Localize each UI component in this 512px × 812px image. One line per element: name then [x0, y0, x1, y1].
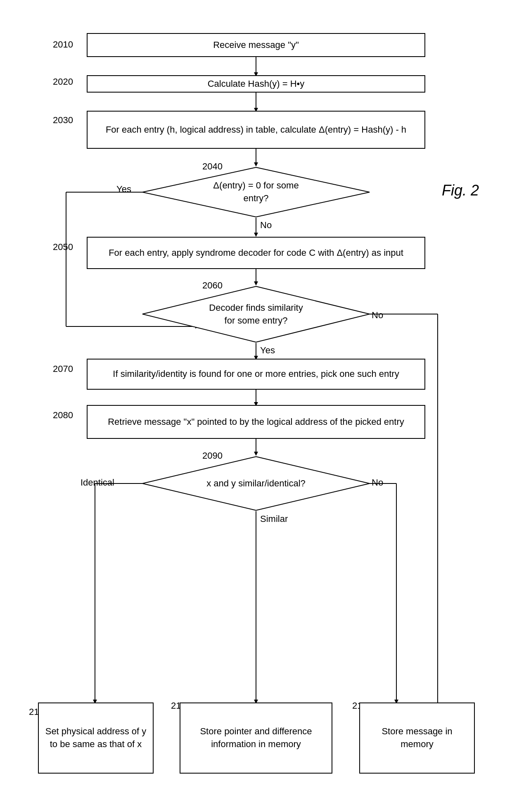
- no-2060: No: [372, 310, 383, 321]
- label-2020: 2020: [53, 76, 73, 87]
- box-2100: Store message in memory: [359, 702, 475, 774]
- label-2070: 2070: [53, 364, 73, 374]
- no-2040: No: [260, 220, 272, 231]
- box-2080: Retrieve message "x" pointed to by the l…: [87, 405, 425, 439]
- text-2100: Store message in memory: [365, 725, 469, 751]
- fig-label: Fig. 2: [442, 182, 479, 199]
- label-2010: 2010: [53, 39, 73, 50]
- text-2080: Retrieve message "x" pointed to by the l…: [108, 416, 404, 429]
- box-2120: Store pointer and difference information…: [180, 702, 332, 774]
- text-2040: Δ(entry) = 0 for some entry?: [202, 179, 310, 205]
- yes-2060: Yes: [260, 345, 275, 356]
- svg-marker-9: [254, 233, 258, 237]
- no-2090: No: [372, 477, 383, 488]
- text-2030: For each entry (h, logical address) in t…: [106, 124, 406, 136]
- label-2050: 2050: [53, 242, 73, 252]
- box-2030: For each entry (h, logical address) in t…: [87, 111, 425, 149]
- text-2110: Set physical address of y to be same as …: [44, 725, 148, 751]
- diamond-2060: Decoder finds similarity for some entry?: [140, 284, 372, 344]
- box-2010: Receive message "y": [87, 33, 425, 57]
- box-2020: Calculate Hash(y) = H•y: [87, 75, 425, 93]
- diamond-2040: Δ(entry) = 0 for some entry?: [140, 165, 372, 219]
- text-2070: If similarity/identity is found for one …: [113, 368, 399, 381]
- similar-2090: Similar: [260, 514, 288, 524]
- box-2050: For each entry, apply syndrome decoder f…: [87, 237, 425, 269]
- diamond-2090: x and y similar/identical?: [140, 455, 372, 512]
- label-2080: 2080: [53, 410, 73, 421]
- box-2110: Set physical address of y to be same as …: [38, 702, 154, 774]
- identical-2090: Identical: [81, 477, 114, 488]
- text-2020: Calculate Hash(y) = H•y: [208, 78, 305, 90]
- text-2090: x and y similar/identical?: [204, 477, 308, 490]
- label-2030: 2030: [53, 115, 73, 126]
- diagram-container: 2010 Receive message "y" 2020 Calculate …: [0, 0, 512, 812]
- text-2050: For each entry, apply syndrome decoder f…: [109, 247, 403, 260]
- text-2120: Store pointer and difference information…: [185, 725, 327, 751]
- text-2010: Receive message "y": [213, 39, 299, 52]
- yes-2040: Yes: [116, 184, 131, 195]
- box-2070: If similarity/identity is found for one …: [87, 359, 425, 390]
- text-2060: Decoder finds similarity for some entry?: [204, 302, 308, 327]
